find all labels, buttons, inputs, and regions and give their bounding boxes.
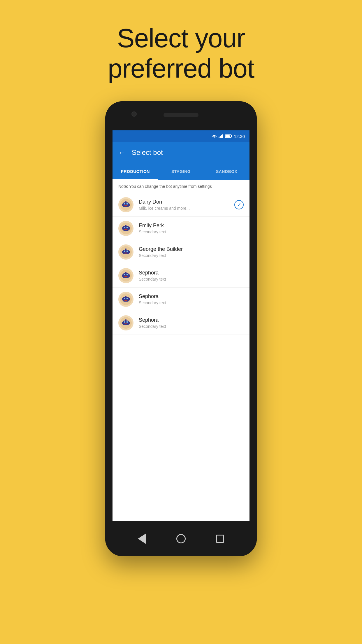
svg-rect-37 — [123, 297, 129, 302]
svg-rect-50 — [122, 322, 123, 324]
recents-nav-icon[interactable] — [216, 535, 224, 543]
svg-rect-51 — [129, 322, 130, 324]
status-bar: 12:30 — [113, 130, 249, 142]
bot-name: Sephora — [139, 270, 244, 276]
front-camera — [131, 111, 137, 117]
svg-rect-0 — [219, 137, 219, 138]
back-nav-icon[interactable] — [138, 533, 146, 544]
svg-rect-15 — [126, 227, 128, 228]
bot-name: Emily Perk — [139, 223, 244, 229]
bot-name: Sephora — [139, 317, 244, 323]
svg-rect-29 — [123, 273, 129, 278]
svg-rect-35 — [129, 274, 130, 277]
avatar — [118, 221, 133, 236]
svg-rect-10 — [122, 204, 123, 206]
svg-rect-9 — [125, 201, 126, 203]
tab-sandbox[interactable]: SANDBOX — [204, 163, 249, 180]
bot-secondary: Milk, ice creams and more... — [139, 206, 234, 211]
bot-info: Dairy Don Milk, ice creams and more... — [139, 199, 234, 211]
svg-rect-19 — [129, 227, 130, 230]
bot-secondary: Secondary text — [139, 324, 244, 329]
svg-rect-42 — [122, 298, 123, 300]
note-text: Note: You can change the bot anytime fro… — [113, 180, 249, 193]
bot-item[interactable]: Emily Perk Secondary text — [113, 217, 249, 240]
bot-secondary: Secondary text — [139, 253, 244, 258]
tab-production[interactable]: PRODUCTION — [113, 163, 158, 180]
svg-rect-26 — [122, 251, 123, 253]
home-nav-icon[interactable] — [176, 534, 186, 543]
svg-rect-43 — [129, 298, 130, 300]
bot-info: Sephora Secondary text — [139, 317, 244, 329]
svg-rect-16 — [124, 229, 127, 230]
app-bar-title: Select bot — [132, 148, 163, 157]
svg-rect-49 — [125, 319, 126, 321]
bot-item[interactable]: Sephora Secondary text — [113, 264, 249, 288]
svg-rect-27 — [129, 251, 130, 253]
svg-rect-47 — [126, 321, 128, 323]
selected-check-icon: ✓ — [234, 200, 244, 209]
tab-staging[interactable]: STAGING — [158, 163, 204, 180]
avatar — [118, 292, 133, 307]
svg-rect-48 — [124, 323, 127, 324]
bot-info: Emily Perk Secondary text — [139, 223, 244, 234]
avatar — [118, 244, 133, 260]
battery-icon — [225, 134, 231, 138]
svg-rect-25 — [125, 249, 126, 250]
bot-name: George the Builder — [139, 246, 244, 252]
tab-bar: PRODUCTION STAGING SANDBOX — [113, 163, 249, 180]
svg-rect-41 — [125, 296, 126, 297]
app-bar: ← Select bot — [113, 142, 249, 163]
svg-rect-38 — [124, 298, 125, 299]
status-time: 12:30 — [234, 134, 245, 139]
bot-secondary: Secondary text — [139, 230, 244, 234]
page-title: Select your preferred bot — [108, 23, 254, 84]
bot-list: Dairy Don Milk, ice creams and more... ✓ — [113, 193, 249, 521]
svg-rect-7 — [126, 203, 128, 204]
avatar — [118, 268, 133, 283]
bot-item[interactable]: George the Builder Secondary text — [113, 240, 249, 264]
svg-rect-2 — [221, 135, 222, 138]
svg-rect-17 — [125, 225, 126, 226]
svg-rect-24 — [124, 253, 127, 253]
bot-secondary: Secondary text — [139, 277, 244, 281]
bot-secondary: Secondary text — [139, 300, 244, 305]
svg-rect-11 — [129, 204, 130, 206]
svg-rect-13 — [123, 226, 129, 231]
svg-rect-30 — [124, 274, 125, 275]
svg-rect-45 — [123, 321, 129, 325]
back-button[interactable]: ← — [118, 148, 126, 157]
bot-info: Sephora Secondary text — [139, 270, 244, 281]
bot-name: Dairy Don — [139, 199, 234, 205]
svg-rect-5 — [123, 202, 129, 207]
avatar — [118, 315, 133, 330]
bot-info: George the Builder Secondary text — [139, 246, 244, 258]
svg-rect-1 — [220, 136, 221, 138]
svg-rect-46 — [124, 321, 125, 323]
svg-rect-34 — [122, 274, 123, 277]
svg-rect-8 — [124, 205, 127, 206]
phone-bottom-bezel — [105, 521, 257, 556]
bot-item[interactable]: Dairy Don Milk, ice creams and more... ✓ — [113, 193, 249, 217]
svg-rect-32 — [124, 276, 127, 277]
svg-rect-3 — [222, 134, 223, 138]
avatar — [118, 197, 133, 212]
speaker-grille — [164, 113, 198, 117]
svg-rect-21 — [123, 250, 129, 254]
bot-name: Sephora — [139, 293, 244, 300]
phone-mockup: 12:30 ← Select bot PRODUCTION STAGING SA… — [105, 101, 257, 556]
svg-rect-40 — [124, 300, 127, 301]
svg-rect-6 — [124, 203, 125, 204]
status-icons — [212, 134, 231, 138]
phone-screen: 12:30 ← Select bot PRODUCTION STAGING SA… — [113, 130, 249, 521]
svg-rect-33 — [125, 272, 126, 274]
svg-rect-14 — [124, 227, 125, 228]
svg-rect-39 — [126, 298, 128, 299]
svg-rect-18 — [122, 227, 123, 230]
bot-info: Sephora Secondary text — [139, 293, 244, 305]
signal-icon — [219, 134, 223, 138]
svg-rect-31 — [126, 274, 128, 275]
svg-rect-22 — [124, 251, 125, 252]
bot-item[interactable]: Sephora Secondary text — [113, 288, 249, 311]
wifi-icon — [212, 134, 217, 138]
bot-item[interactable]: Sephora Secondary text — [113, 311, 249, 335]
